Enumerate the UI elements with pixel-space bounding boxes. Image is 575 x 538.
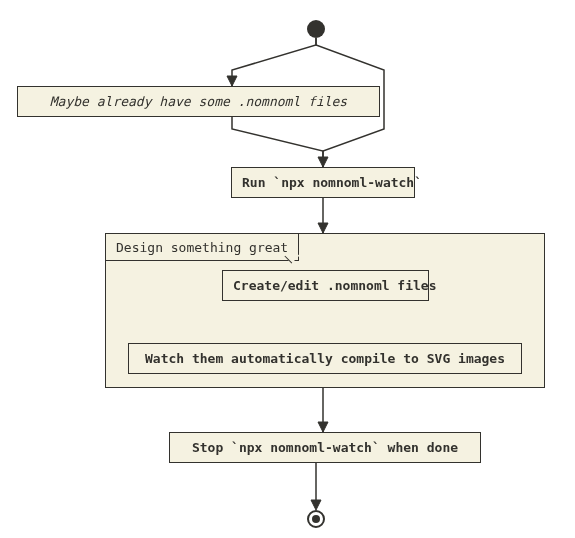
svg-marker-0: [227, 76, 237, 86]
maybe-files-node: Maybe already have some .nomnoml files: [17, 86, 380, 117]
svg-marker-5: [318, 422, 328, 432]
start-node: [307, 20, 325, 38]
flowchart-diagram: Maybe already have some .nomnoml files R…: [0, 0, 575, 538]
svg-marker-1: [318, 157, 328, 167]
run-command-label: Run `npx nomnoml-watch`: [242, 175, 422, 190]
watch-compile-node: Watch them automatically compile to SVG …: [128, 343, 522, 374]
stop-command-node: Stop `npx nomnoml-watch` when done: [169, 432, 481, 463]
design-frame-title: Design something great: [106, 234, 299, 261]
stop-command-label: Stop `npx nomnoml-watch` when done: [192, 440, 458, 455]
svg-marker-2: [318, 223, 328, 233]
run-command-node: Run `npx nomnoml-watch`: [231, 167, 415, 198]
end-node: [307, 510, 325, 528]
create-edit-node: Create/edit .nomnoml files: [222, 270, 429, 301]
svg-marker-6: [311, 500, 321, 510]
maybe-files-label: Maybe already have some .nomnoml files: [50, 94, 347, 109]
watch-compile-label: Watch them automatically compile to SVG …: [145, 351, 505, 366]
create-edit-label: Create/edit .nomnoml files: [233, 278, 437, 293]
